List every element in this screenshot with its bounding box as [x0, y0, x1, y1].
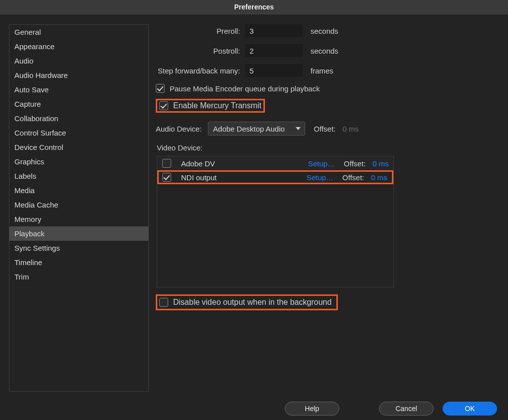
adobe-dv-setup-link[interactable]: Setup… [308, 159, 335, 168]
sidebar-item-trim[interactable]: Trim [9, 270, 148, 284]
video-device-row-ndi: NDI output Setup… Offset: 0 ms [157, 170, 393, 184]
sidebar-item-collaboration[interactable]: Collaboration [9, 111, 148, 126]
cancel-button[interactable]: Cancel [379, 402, 434, 416]
audio-offset-label: Offset: [314, 125, 336, 133]
help-button[interactable]: Help [285, 402, 339, 416]
ndi-output-offset-label: Offset: [342, 173, 364, 182]
video-device-label: Video Device: [157, 143, 494, 152]
disable-video-bg-label: Disable video output when in the backgro… [173, 298, 331, 307]
sidebar-item-memory[interactable]: Memory [9, 212, 148, 226]
ndi-output-highlight: NDI output Setup… Offset: 0 ms [157, 170, 393, 184]
sidebar-item-timeline[interactable]: Timeline [9, 255, 148, 270]
pause-media-encoder-checkbox[interactable] [156, 84, 165, 93]
ndi-output-setup-link[interactable]: Setup… [307, 173, 333, 182]
sidebar-item-media[interactable]: Media [9, 183, 148, 198]
step-input[interactable] [245, 64, 303, 77]
preroll-label: Preroll: [156, 27, 245, 35]
sidebar-item-device-control[interactable]: Device Control [9, 140, 148, 154]
mercury-transmit-highlight: Enable Mercury Transmit [156, 99, 265, 113]
sidebar-item-audio-hardware[interactable]: Audio Hardware [9, 68, 148, 82]
window-title: Preferences [0, 0, 508, 14]
ok-button[interactable]: OK [443, 402, 497, 416]
adobe-dv-offset-label: Offset: [344, 159, 366, 168]
sidebar-item-auto-save[interactable]: Auto Save [9, 82, 148, 97]
postroll-unit: seconds [311, 47, 338, 55]
audio-device-select[interactable]: Adobe Desktop Audio [208, 122, 305, 136]
dialog-footer: Help Cancel OK [0, 397, 508, 420]
sidebar-item-general[interactable]: General [9, 25, 148, 39]
sidebar-item-capture[interactable]: Capture [9, 97, 148, 111]
sidebar-item-labels[interactable]: Labels [9, 169, 148, 183]
sidebar-item-media-cache[interactable]: Media Cache [9, 198, 148, 212]
postroll-input[interactable] [245, 44, 303, 57]
sidebar-item-sync-settings[interactable]: Sync Settings [9, 241, 148, 255]
ndi-output-name: NDI output [181, 173, 307, 182]
audio-device-label: Audio Device: [156, 125, 202, 133]
step-unit: frames [311, 67, 333, 75]
preferences-sidebar: General Appearance Audio Audio Hardware … [9, 24, 149, 392]
playback-panel: Preroll: seconds Postroll: seconds Step … [149, 24, 499, 392]
disable-video-bg-highlight: Disable video output when in the backgro… [156, 294, 338, 310]
adobe-dv-name: Adobe DV [181, 159, 308, 168]
sidebar-item-appearance[interactable]: Appearance [9, 39, 148, 54]
audio-offset-value: 0 ms [342, 125, 359, 133]
chevron-down-icon [296, 127, 301, 130]
step-label: Step forward/back many: [156, 67, 245, 75]
sidebar-item-playback[interactable]: Playback [9, 226, 148, 241]
audio-device-value: Adobe Desktop Audio [213, 125, 285, 133]
disable-video-bg-checkbox[interactable] [159, 298, 168, 307]
ndi-output-offset-value[interactable]: 0 ms [371, 173, 392, 182]
preferences-window: General Appearance Audio Audio Hardware … [0, 14, 508, 420]
sidebar-item-graphics[interactable]: Graphics [9, 154, 148, 169]
enable-mercury-transmit-label: Enable Mercury Transmit [173, 101, 261, 110]
sidebar-item-control-surface[interactable]: Control Surface [9, 126, 148, 140]
preroll-unit: seconds [311, 27, 338, 35]
video-device-list: Adobe DV Setup… Offset: 0 ms NDI output … [157, 156, 394, 287]
adobe-dv-offset-value[interactable]: 0 ms [373, 159, 393, 168]
video-device-row-adobe-dv: Adobe DV Setup… Offset: 0 ms [157, 156, 393, 170]
enable-mercury-transmit-checkbox[interactable] [159, 101, 168, 110]
ndi-output-checkbox[interactable] [162, 173, 171, 182]
sidebar-item-audio[interactable]: Audio [9, 54, 148, 68]
preroll-input[interactable] [245, 24, 303, 37]
adobe-dv-checkbox[interactable] [162, 159, 171, 168]
pause-media-encoder-label: Pause Media Encoder queue during playbac… [170, 84, 320, 93]
postroll-label: Postroll: [156, 47, 245, 55]
